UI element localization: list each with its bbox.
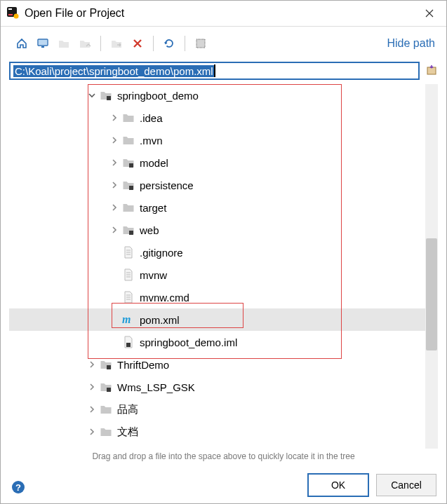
svg-rect-10 xyxy=(107,96,111,100)
tree-item-label: Wms_LSP_GSK xyxy=(117,381,195,393)
svg-rect-12 xyxy=(129,186,133,190)
text-caret xyxy=(214,64,215,77)
tree-item-label: .idea xyxy=(140,112,163,124)
tree-file[interactable]: mvnw.cmd xyxy=(9,286,438,308)
svg-rect-17 xyxy=(107,388,111,392)
toolbar-separator xyxy=(153,36,154,51)
tree-folder[interactable]: persistence xyxy=(9,174,438,196)
desktop-button[interactable] xyxy=(33,34,53,53)
close-icon xyxy=(425,9,434,18)
expand-arrow-icon[interactable] xyxy=(107,200,121,214)
tree-folder[interactable]: springboot_demo xyxy=(9,84,438,107)
drop-hint: Drag and drop a file into the space abov… xyxy=(1,449,446,467)
expand-arrow-icon[interactable] xyxy=(107,133,121,147)
idea-file-icon xyxy=(121,335,135,349)
dialog-footer: ? OK Cancel xyxy=(1,467,446,503)
collapse-arrow-icon[interactable] xyxy=(85,88,99,102)
app-icon xyxy=(6,6,19,21)
module-icon xyxy=(99,88,113,102)
folder-icon xyxy=(99,402,113,416)
svg-rect-15 xyxy=(126,343,131,347)
svg-rect-2 xyxy=(8,14,13,15)
tree-folder[interactable]: 品高 xyxy=(9,398,438,421)
tree-item-label: mvnw.cmd xyxy=(140,292,189,304)
tree-file[interactable]: .gitignore xyxy=(9,241,438,264)
svg-rect-7 xyxy=(196,39,205,48)
file-tree[interactable]: springboot_demo.idea.mvnmodelpersistence… xyxy=(9,84,438,449)
tree-item-label: pom.xml xyxy=(140,314,180,326)
help-button[interactable]: ? xyxy=(12,481,25,493)
path-input[interactable]: C:\Koali\project\springboot_demo\pom.xml xyxy=(9,62,420,80)
expand-arrow-icon[interactable] xyxy=(85,357,99,372)
expand-arrow-icon[interactable] xyxy=(85,380,99,394)
file-icon xyxy=(121,290,135,304)
scrollbar-thumb[interactable] xyxy=(426,238,437,350)
grid-icon xyxy=(195,38,206,49)
tree-folder[interactable]: target xyxy=(9,196,438,219)
toolbar-separator xyxy=(100,36,101,51)
delete-button[interactable] xyxy=(128,34,147,53)
window-title: Open File or Project xyxy=(25,7,413,20)
svg-rect-9 xyxy=(427,67,436,74)
file-icon xyxy=(121,268,135,282)
history-icon xyxy=(425,64,438,76)
titlebar: Open File or Project xyxy=(1,1,446,27)
path-input-value: C:\Koali\project\springboot_demo\pom.xml xyxy=(13,65,215,77)
home-icon xyxy=(15,37,28,50)
tree-item-label: 品高 xyxy=(117,403,138,416)
folder-icon xyxy=(121,133,135,147)
ok-button[interactable]: OK xyxy=(307,473,369,497)
tree-folder[interactable]: .mvn xyxy=(9,129,438,151)
tree-folder[interactable]: web xyxy=(9,219,438,241)
parent-folder-button[interactable] xyxy=(75,34,95,53)
folder-go-icon xyxy=(110,38,123,49)
folder-icon xyxy=(121,111,135,125)
tree-file[interactable]: mvnw xyxy=(9,264,438,286)
tree-file[interactable]: mpom.xml xyxy=(9,308,438,331)
close-window-button[interactable] xyxy=(413,1,446,26)
tree-item-label: target xyxy=(140,202,166,214)
cancel-button[interactable]: Cancel xyxy=(376,474,436,496)
hide-path-link[interactable]: Hide path xyxy=(387,37,436,50)
expand-arrow-icon[interactable] xyxy=(107,111,121,125)
tree-folder[interactable]: 文档 xyxy=(9,421,438,443)
expand-arrow-icon[interactable] xyxy=(85,402,99,416)
expand-arrow-icon[interactable] xyxy=(85,425,99,439)
desktop-icon xyxy=(36,38,49,49)
svg-text:m: m xyxy=(122,313,131,325)
expand-arrow-icon[interactable] xyxy=(107,156,121,170)
expand-arrow-icon[interactable] xyxy=(107,178,121,192)
home-button[interactable] xyxy=(12,34,32,53)
new-folder-button[interactable] xyxy=(54,34,74,53)
svg-rect-16 xyxy=(107,365,111,369)
tree-item-label: web xyxy=(140,224,159,236)
folder-go-button[interactable] xyxy=(107,34,126,53)
tree-folder[interactable]: ThriftDemo xyxy=(9,353,438,376)
folder-icon xyxy=(58,38,70,49)
svg-point-3 xyxy=(14,13,19,18)
tree-item-label: .mvn xyxy=(140,135,163,147)
tree-item-label: mvnw xyxy=(140,269,167,281)
tree-folder[interactable]: .idea xyxy=(9,107,438,129)
vertical-scrollbar[interactable] xyxy=(425,84,438,449)
tree-file[interactable]: springboot_demo.iml xyxy=(9,331,438,353)
svg-rect-6 xyxy=(41,46,44,48)
refresh-icon xyxy=(163,37,175,50)
svg-rect-5 xyxy=(39,40,47,45)
folder-icon xyxy=(121,200,135,214)
module-icon xyxy=(121,178,135,192)
delete-icon xyxy=(133,39,142,48)
tree-folder[interactable]: model xyxy=(9,151,438,174)
tree-item-label: ThriftDemo xyxy=(117,359,169,371)
folder-up-icon xyxy=(79,38,91,49)
expand-arrow-icon[interactable] xyxy=(107,223,121,237)
history-dropdown-button[interactable] xyxy=(425,64,438,79)
tree-item-label: persistence xyxy=(140,179,194,191)
file-icon xyxy=(121,245,135,259)
tree-folder[interactable]: Wms_LSP_GSK xyxy=(9,376,438,398)
module-icon xyxy=(99,357,113,372)
refresh-button[interactable] xyxy=(159,34,179,53)
show-hidden-button[interactable] xyxy=(191,34,211,53)
module-icon xyxy=(121,223,135,237)
tree-item-label: 文档 xyxy=(117,425,138,439)
